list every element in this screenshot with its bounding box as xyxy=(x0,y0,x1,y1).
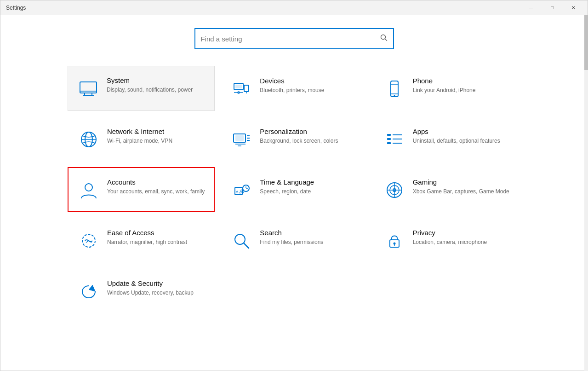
settings-item-privacy[interactable]: Privacy Location, camera, microphone xyxy=(373,218,520,263)
gaming-desc: Xbox Game Bar, captures, Game Mode xyxy=(413,188,510,196)
window-title: Settings xyxy=(6,5,26,11)
scrollbar-thumb[interactable] xyxy=(584,15,588,70)
settings-item-devices[interactable]: Devices Bluetooth, printers, mouse xyxy=(220,66,367,111)
personalization-desc: Background, lock screen, colors xyxy=(260,137,357,145)
network-title: Network & Internet xyxy=(107,128,205,135)
search-settings-title: Search xyxy=(260,229,357,237)
svg-point-49 xyxy=(393,243,395,245)
svg-rect-13 xyxy=(391,81,398,97)
svg-line-1 xyxy=(385,39,387,41)
svg-rect-12 xyxy=(235,85,242,88)
svg-rect-27 xyxy=(387,134,391,136)
search-settings-icon xyxy=(230,230,252,252)
time-icon: A あ xyxy=(230,179,252,201)
search-input[interactable] xyxy=(201,35,380,43)
update-desc: Windows Update, recovery, backup xyxy=(107,289,205,297)
settings-item-search[interactable]: Search Find my files, permissions xyxy=(220,218,367,263)
time-desc: Speech, region, date xyxy=(260,188,357,196)
gaming-title: Gaming xyxy=(413,178,510,186)
settings-item-time[interactable]: A あ Time & Language Speech, region, date xyxy=(220,167,367,212)
svg-text:あ: あ xyxy=(239,188,244,194)
maximize-button[interactable]: □ xyxy=(542,0,563,15)
network-icon xyxy=(78,128,100,151)
apps-icon xyxy=(383,128,405,151)
system-desc: Display, sound, notifications, power xyxy=(107,86,205,94)
search-box[interactable] xyxy=(194,28,394,49)
phone-icon xyxy=(383,78,405,100)
search-settings-desc: Find my files, permissions xyxy=(260,238,357,246)
svg-point-16 xyxy=(394,95,395,97)
settings-item-update[interactable]: Update & Security Windows Update, recove… xyxy=(68,268,215,313)
svg-rect-8 xyxy=(244,85,249,92)
privacy-desc: Location, camera, microphone xyxy=(413,238,510,246)
scrollbar[interactable] xyxy=(584,15,588,371)
update-title: Update & Security xyxy=(107,279,205,287)
ease-icon xyxy=(78,230,100,252)
svg-text:A: A xyxy=(236,190,239,194)
apps-desc: Uninstall, defaults, optional features xyxy=(413,137,510,145)
devices-desc: Bluetooth, printers, mouse xyxy=(260,87,357,94)
time-title: Time & Language xyxy=(260,178,357,186)
accounts-title: Accounts xyxy=(107,178,205,186)
settings-item-apps[interactable]: Apps Uninstall, defaults, optional featu… xyxy=(373,116,520,162)
system-title: System xyxy=(107,76,205,84)
settings-item-personalization[interactable]: Personalization Background, lock screen,… xyxy=(220,116,367,162)
svg-point-33 xyxy=(85,184,92,191)
personalization-icon xyxy=(230,128,252,151)
settings-item-accounts[interactable]: Accounts Your accounts, email, sync, wor… xyxy=(68,167,215,212)
devices-icon xyxy=(230,78,252,100)
accounts-icon xyxy=(78,179,100,201)
settings-item-network[interactable]: Network & Internet Wi-Fi, airplane mode,… xyxy=(68,116,215,162)
personalization-title: Personalization xyxy=(260,128,357,135)
search-container xyxy=(0,15,588,63)
search-icon xyxy=(380,34,388,43)
system-icon xyxy=(77,77,99,99)
ease-title: Ease of Access xyxy=(107,229,205,237)
accounts-desc: Your accounts, email, sync, work, family xyxy=(107,188,205,196)
main-content: System Display, sound, notifications, po… xyxy=(0,15,588,371)
svg-rect-21 xyxy=(235,135,244,141)
minimize-button[interactable]: — xyxy=(520,0,542,15)
devices-title: Devices xyxy=(260,77,357,85)
privacy-icon xyxy=(383,230,405,252)
phone-desc: Link your Android, iPhone xyxy=(413,87,510,94)
close-button[interactable]: ✕ xyxy=(563,0,584,15)
phone-title: Phone xyxy=(413,77,510,85)
privacy-title: Privacy xyxy=(413,229,510,237)
apps-title: Apps xyxy=(413,128,510,135)
settings-item-system[interactable]: System Display, sound, notifications, po… xyxy=(68,66,215,111)
svg-rect-28 xyxy=(387,138,391,140)
svg-line-47 xyxy=(244,243,249,248)
ease-desc: Narrator, magnifier, high contrast xyxy=(107,238,205,246)
window-controls: — □ ✕ xyxy=(520,0,584,15)
network-desc: Wi-Fi, airplane mode, VPN xyxy=(107,137,205,145)
title-bar: Settings — □ ✕ xyxy=(0,0,588,15)
settings-item-ease[interactable]: Ease of Access Narrator, magnifier, high… xyxy=(68,218,215,263)
gaming-icon xyxy=(383,179,405,201)
settings-item-phone[interactable]: Phone Link your Android, iPhone xyxy=(373,66,520,111)
svg-rect-29 xyxy=(387,142,391,144)
settings-grid: System Display, sound, notifications, po… xyxy=(0,63,588,316)
settings-item-gaming[interactable]: Gaming Xbox Game Bar, captures, Game Mod… xyxy=(373,167,520,212)
update-icon xyxy=(78,280,100,302)
